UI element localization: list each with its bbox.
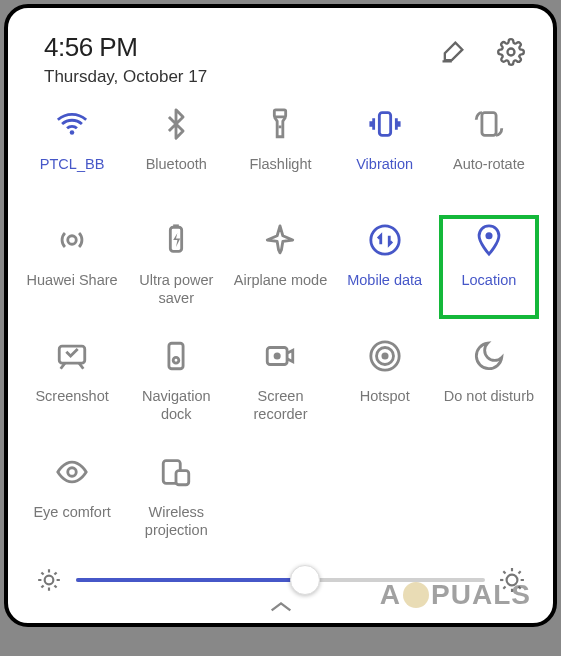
brightness-knob[interactable] [290,565,320,595]
svg-line-6 [41,572,43,574]
tiles-grid: PTCL_BBBluetoothFlashlightVibrationAuto-… [8,99,553,545]
navdock-icon [159,339,193,373]
tile-label: Navigation dock [142,387,211,423]
tile-ultrapower[interactable]: Ultra power saver [124,223,228,313]
tile-label: Ultra power saver [139,271,213,307]
svg-line-17 [503,587,505,589]
header-actions [439,38,525,66]
tile-label: Do not disturb [444,387,534,405]
tile-label: Huawei Share [27,271,118,289]
svg-line-7 [54,585,56,587]
tile-label: Screenshot [35,387,108,405]
tile-label: Vibration [356,155,413,173]
brightness-slider-row [8,545,553,597]
tile-navdock[interactable]: Navigation dock [124,339,228,429]
date-text: Thursday, October 17 [44,67,207,87]
mobiledata-icon [368,223,402,257]
svg-point-0 [508,49,515,56]
tile-hotspot[interactable]: Hotspot [333,339,437,429]
expand-chevron[interactable] [8,597,553,615]
ultrapower-icon [159,223,193,257]
tile-location[interactable]: Location [437,223,541,313]
brightness-low-icon [36,567,62,593]
tile-wirelessproj[interactable]: Wireless projection [124,455,228,545]
clock-block: 4:56 PM Thursday, October 17 [44,32,207,87]
header: 4:56 PM Thursday, October 17 [8,8,553,99]
svg-line-15 [503,571,505,573]
hotspot-icon [368,339,402,373]
tile-label: Screen recorder [253,387,307,423]
svg-line-9 [54,572,56,574]
tile-label: Hotspot [360,387,410,405]
edit-icon[interactable] [439,38,467,66]
svg-point-10 [507,575,518,586]
tile-label: Mobile data [347,271,422,289]
tile-dnd[interactable]: Do not disturb [437,339,541,429]
location-icon [472,223,506,257]
tile-label: Eye comfort [33,503,110,521]
tile-screenshot[interactable]: Screenshot [20,339,124,429]
svg-point-1 [45,576,54,585]
screenrec-icon [263,339,297,373]
svg-line-18 [519,571,521,573]
tile-mobiledata[interactable]: Mobile data [333,223,437,313]
flashlight-icon [263,107,297,141]
autorotate-icon [472,107,506,141]
tile-airplane[interactable]: Airplane mode [228,223,332,313]
tile-label: Auto-rotate [453,155,525,173]
screenshot-icon [55,339,89,373]
airplane-icon [263,223,297,257]
tile-screenrec[interactable]: Screen recorder [228,339,332,429]
settings-gear-icon[interactable] [497,38,525,66]
brightness-high-icon [499,567,525,593]
tile-eyecomfort[interactable]: Eye comfort [20,455,124,545]
eyecomfort-icon [55,455,89,489]
tile-label: Flashlight [249,155,311,173]
huaweishare-icon [55,223,89,257]
vibration-icon [368,107,402,141]
tile-flashlight[interactable]: Flashlight [228,107,332,197]
tile-wifi[interactable]: PTCL_BB [20,107,124,197]
tile-label: Airplane mode [234,271,328,289]
svg-line-16 [519,587,521,589]
tile-label: PTCL_BB [40,155,104,173]
tile-autorotate[interactable]: Auto-rotate [437,107,541,197]
tile-huaweishare[interactable]: Huawei Share [20,223,124,313]
dnd-icon [472,339,506,373]
wifi-icon [55,107,89,141]
tile-bluetooth[interactable]: Bluetooth [124,107,228,197]
wirelessproj-icon [159,455,193,489]
tile-label: Wireless projection [145,503,208,539]
bluetooth-icon [159,107,193,141]
time-text: 4:56 PM [44,32,207,63]
quick-settings-panel: 4:56 PM Thursday, October 17 PTCL_BBBlue… [4,4,557,627]
tile-label: Bluetooth [146,155,207,173]
tile-vibration[interactable]: Vibration [333,107,437,197]
tile-label: Location [461,271,516,289]
brightness-slider[interactable] [76,578,485,582]
svg-line-8 [41,585,43,587]
